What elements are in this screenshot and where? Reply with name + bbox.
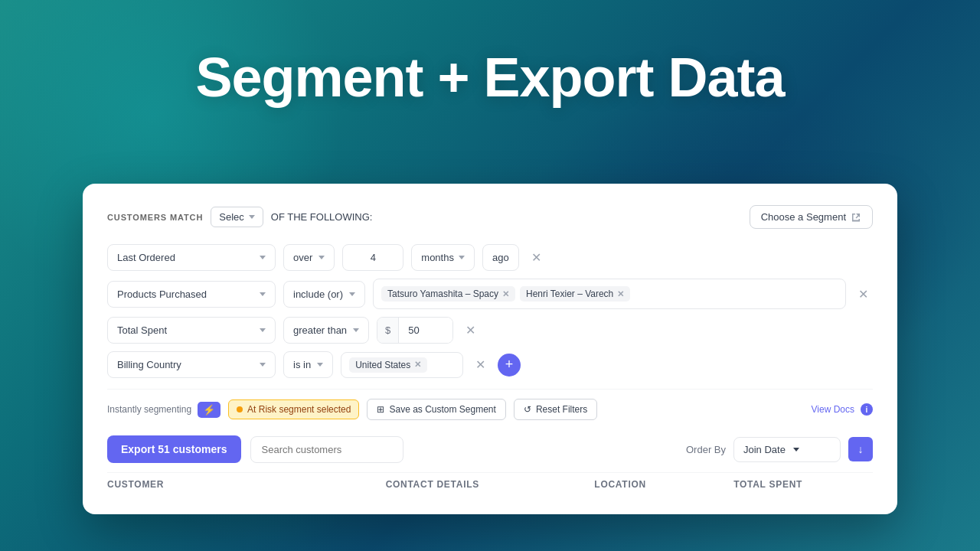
value-input-months[interactable] (342, 244, 403, 271)
dollar-sign: $ (377, 318, 399, 343)
amount-input[interactable] (399, 318, 452, 343)
info-icon: i (861, 403, 873, 416)
chevron-down-icon (249, 215, 255, 219)
operator-greater-than[interactable]: greater than (283, 317, 369, 344)
segment-selected-badge[interactable]: At Risk segment selected (228, 399, 359, 419)
product-tag-1: Tatsuro Yamashita – Spacy ✕ (381, 286, 515, 302)
filter-header: CUSTOMERS MATCH Selec OF THE FOLLOWING: … (107, 205, 873, 229)
chevron-down-icon (318, 256, 325, 259)
filter-row-billing-country: Billing Country is in United States ✕ ✕ … (107, 351, 873, 378)
filter-row-last-ordered: Last Ordered over months ago ✕ (107, 244, 873, 271)
tag-remove-icon[interactable]: ✕ (502, 289, 509, 299)
chevron-down-icon (317, 363, 323, 367)
chevron-down-icon (353, 328, 359, 332)
field-last-ordered[interactable]: Last Ordered (107, 244, 276, 271)
order-by-section: Order By Join Date ↓ (686, 437, 873, 462)
instantly-segmenting-label: Instantly segmenting (107, 404, 191, 415)
view-docs-link[interactable]: View Docs i (812, 403, 873, 416)
product-tag-2: Henri Texier – Varech ✕ (520, 286, 630, 302)
choose-segment-button[interactable]: Choose a Segment (750, 205, 873, 229)
country-tag-container[interactable]: United States ✕ (341, 352, 463, 378)
main-panel: CUSTOMERS MATCH Selec OF THE FOLLOWING: … (83, 184, 897, 514)
table-header: Customer Contact Details Location Total … (107, 472, 873, 496)
chevron-down-icon (349, 292, 355, 296)
order-by-label: Order By (686, 444, 726, 455)
field-total-spent[interactable]: Total Spent (107, 317, 276, 344)
lightning-icon: ⚡ (198, 402, 220, 418)
th-contact: Contact Details (386, 479, 595, 490)
order-by-select[interactable]: Join Date (733, 437, 841, 462)
ago-label: ago (482, 244, 519, 271)
products-tag-container[interactable]: Tatsuro Yamashita – Spacy ✕ Henri Texier… (373, 279, 846, 309)
segment-selected-label: At Risk segment selected (247, 404, 351, 415)
sort-direction-button[interactable]: ↓ (848, 437, 873, 461)
of-following-label: OF THE FOLLOWING: (271, 211, 373, 223)
th-location: Location (594, 479, 733, 490)
remove-filter-button[interactable]: ✕ (461, 321, 480, 339)
operator-over[interactable]: over (283, 244, 335, 271)
chevron-down-icon (459, 256, 465, 259)
match-type-select[interactable]: Selec (211, 207, 263, 227)
chevron-down-icon (260, 256, 266, 259)
hero-title: Segment + Export Data (0, 46, 980, 109)
chevron-down-icon (260, 292, 266, 296)
export-button[interactable]: Export 51 customers (107, 435, 241, 463)
customers-match-label: CUSTOMERS MATCH (107, 213, 203, 222)
tag-remove-icon[interactable]: ✕ (414, 360, 421, 370)
filter-rows: Last Ordered over months ago ✕ Products … (107, 244, 873, 378)
external-link-icon (851, 212, 861, 223)
remove-filter-button[interactable]: ✕ (527, 249, 546, 266)
customers-match-section: CUSTOMERS MATCH Selec OF THE FOLLOWING: (107, 207, 372, 227)
reset-filters-button[interactable]: ↺ Reset Filters (514, 399, 597, 420)
remove-filter-button[interactable]: ✕ (471, 356, 490, 373)
th-customer: Customer (107, 479, 386, 490)
tag-remove-icon[interactable]: ✕ (617, 289, 624, 299)
add-filter-button[interactable]: + (498, 354, 521, 377)
instant-segmenting-indicator: Instantly segmenting ⚡ (107, 402, 220, 418)
action-bar: Instantly segmenting ⚡ At Risk segment s… (107, 389, 873, 423)
field-products-purchased[interactable]: Products Purchased (107, 281, 276, 308)
save-custom-segment-button[interactable]: ⊞ Save as Custom Segment (367, 399, 505, 420)
remove-filter-button[interactable]: ✕ (854, 285, 873, 303)
export-bar-left: Export 51 customers (107, 435, 403, 463)
filter-row-products: Products Purchased include (or) Tatsuro … (107, 279, 873, 309)
chevron-down-icon (793, 448, 799, 452)
export-bar: Export 51 customers Order By Join Date ↓ (107, 423, 873, 472)
badge-dot (237, 406, 243, 412)
country-tag-us: United States ✕ (349, 357, 427, 373)
field-billing-country[interactable]: Billing Country (107, 351, 276, 378)
reset-icon: ↺ (524, 404, 531, 415)
operator-is-in[interactable]: is in (283, 351, 333, 378)
save-icon: ⊞ (377, 404, 384, 415)
th-total-spent: Total Spent (733, 479, 873, 490)
filter-row-total-spent: Total Spent greater than $ ✕ (107, 317, 873, 344)
dollar-input-container: $ (377, 317, 453, 344)
operator-include-or[interactable]: include (or) (283, 281, 365, 308)
action-bar-left: Instantly segmenting ⚡ At Risk segment s… (107, 399, 597, 420)
chevron-down-icon (260, 328, 266, 332)
search-customers-input[interactable] (250, 436, 403, 463)
unit-months[interactable]: months (411, 244, 475, 271)
chevron-down-icon (260, 363, 266, 367)
